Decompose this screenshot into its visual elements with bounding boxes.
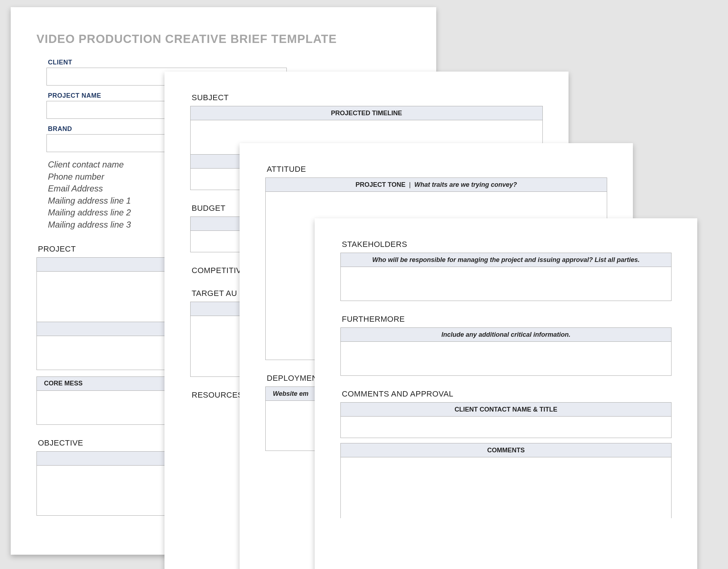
stakeholders-section-head: STAKEHOLDERS (342, 240, 672, 249)
core-message-label: CORE MESS (44, 380, 83, 387)
projected-timeline-bar: PROJECTED TIMELINE (190, 106, 543, 120)
client-contact-title-bar: CLIENT CONTACT NAME & TITLE (340, 402, 672, 417)
furthermore-hint-bar: Include any additional critical informat… (340, 327, 672, 342)
comments-body[interactable] (340, 457, 672, 518)
project-tone-bar: PROJECT TONE | What traits are we trying… (265, 177, 607, 192)
stakeholders-body[interactable] (340, 267, 672, 301)
project-tone-hint: What traits are we trying convey? (414, 181, 517, 189)
stakeholders-hint: Who will be responsible for managing the… (372, 256, 640, 264)
furthermore-section-head: FURTHERMORE (342, 315, 672, 324)
separator: | (409, 181, 411, 189)
page-4: STAKEHOLDERS Who will be responsible for… (315, 218, 697, 569)
client-contact-body[interactable] (340, 417, 672, 438)
stakeholders-hint-bar: Who will be responsible for managing the… (340, 253, 672, 267)
subject-section-head: SUBJECT (192, 93, 543, 102)
projected-timeline-label: PROJECTED TIMELINE (331, 110, 402, 117)
client-contact-title-label: CLIENT CONTACT NAME & TITLE (454, 406, 557, 413)
comments-label: COMMENTS (487, 447, 525, 454)
project-tone-label: PROJECT TONE (355, 181, 405, 189)
deployment-hint: Website em (273, 390, 309, 398)
furthermore-body[interactable] (340, 342, 672, 376)
attitude-section-head: ATTITUDE (267, 165, 607, 174)
comments-approval-head: COMMENTS AND APPROVAL (342, 389, 672, 399)
client-label: CLIENT (48, 59, 287, 66)
document-title: VIDEO PRODUCTION CREATIVE BRIEF TEMPLATE (36, 32, 410, 46)
comments-bar: COMMENTS (340, 443, 672, 457)
furthermore-hint: Include any additional critical informat… (441, 331, 570, 339)
